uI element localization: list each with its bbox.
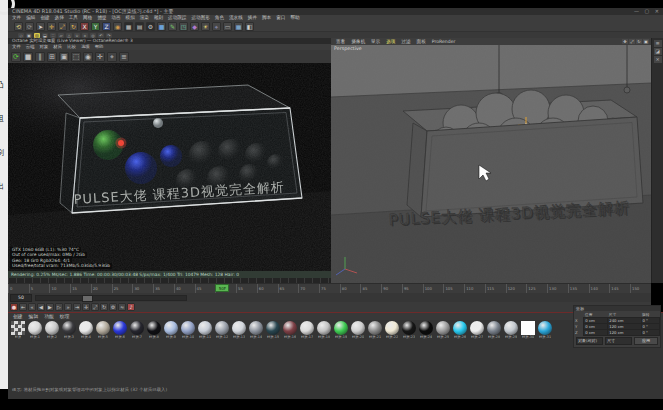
z-axis-lock-icon[interactable]: Z (102, 22, 111, 31)
material-preview-sphere[interactable] (504, 321, 518, 335)
add-spline-icon[interactable]: ✎ (168, 22, 177, 31)
viewport-rotate-icon[interactable]: ↻ (636, 39, 642, 44)
goto-start-icon[interactable]: ⇤ (19, 303, 27, 311)
material-preview-sphere[interactable] (96, 321, 110, 335)
material-preview-sphere[interactable] (487, 321, 501, 335)
workplane-icon[interactable]: ⬓ (42, 33, 48, 38)
material-swatch[interactable]: 材质.8 (146, 321, 162, 339)
render-picture-viewer-icon[interactable]: ▤ (135, 22, 144, 31)
view-undo-icon[interactable]: ↶ (98, 33, 104, 38)
material-swatch[interactable]: 材质.5 (95, 321, 111, 339)
material-preview-sphere[interactable] (232, 321, 246, 335)
material-preview-sphere[interactable] (198, 321, 212, 335)
material-preview-sphere[interactable] (181, 321, 195, 335)
add-camera-icon[interactable]: ⌖ (212, 22, 221, 31)
material-preview-sphere[interactable] (419, 321, 433, 335)
add-cube-icon[interactable]: ■ (157, 22, 166, 31)
window-controls[interactable]: — ▢ ✕ (634, 8, 661, 15)
material-swatch[interactable]: 材质.27 (469, 321, 485, 339)
viewport-canvas[interactable]: PULSE大佬 课程3D视觉完全解析 PULSE大佬 课程3D视觉完全解析 Pe… (331, 45, 651, 283)
material-swatch[interactable]: 材质.28 (486, 321, 502, 339)
grid-array-icon[interactable]: ▦ (234, 22, 243, 31)
texture-mode-icon[interactable]: ▨ (34, 33, 40, 38)
material-swatch[interactable]: 材质.14 (248, 321, 264, 339)
move-tool-icon[interactable]: ✛ (47, 22, 56, 31)
timeline-ruler[interactable]: 0510152025303540455055606570758085909510… (8, 283, 651, 293)
material-swatch[interactable]: 材质.17 (299, 321, 315, 339)
material-preview-sphere[interactable] (538, 321, 552, 335)
y-axis-lock-icon[interactable]: Y (91, 22, 100, 31)
material-preview-sphere[interactable] (521, 321, 535, 335)
material-swatch[interactable]: 材质.4 (78, 321, 94, 339)
material-preview-sphere[interactable] (334, 321, 348, 335)
key-position-icon[interactable]: ✛ (82, 303, 90, 311)
key-scale-icon[interactable]: ⤢ (91, 303, 99, 311)
next-frame-icon[interactable]: ▷ (55, 303, 63, 311)
record-icon[interactable]: ● (10, 303, 18, 311)
material-swatch[interactable]: 材质.31 (537, 321, 553, 339)
mat-menu-2[interactable]: 功能 (44, 313, 54, 320)
pause-render-icon[interactable]: ∥ (35, 52, 45, 62)
vp-menu-0[interactable]: 查看 (336, 38, 345, 45)
viewport-pan-icon[interactable]: ✥ (622, 39, 628, 44)
add-deformer-icon[interactable]: ◆ (190, 22, 199, 31)
enable-snap-icon[interactable]: ∪ (74, 33, 80, 38)
coords-size-dropdown[interactable]: 尺寸 (605, 337, 632, 345)
material-swatch[interactable]: 材质.6 (112, 321, 128, 339)
material-swatch[interactable]: 材质.22 (384, 321, 400, 339)
prev-frame-icon[interactable]: ◀ (37, 303, 45, 311)
window-titlebar[interactable]: CINEMA 4D R18.041 Studio (RC - R18) - [O… (8, 8, 663, 15)
render-settings-icon[interactable]: ⚙ (146, 22, 155, 31)
frame-range-handle[interactable] (82, 295, 93, 302)
material-preview-sphere[interactable] (79, 321, 93, 335)
z-size-field[interactable]: 120 cm (608, 330, 641, 336)
material-preview-sphere[interactable] (113, 321, 127, 335)
material-swatch[interactable]: 材质.11 (197, 321, 213, 339)
material-preview-sphere[interactable] (300, 321, 314, 335)
add-environment-icon[interactable]: ▭ (223, 22, 232, 31)
goto-end-icon[interactable]: ⇥ (73, 303, 81, 311)
material-swatch[interactable]: 材质.2 (44, 321, 60, 339)
material-preview-sphere[interactable] (45, 321, 59, 335)
pick-focus-icon[interactable]: ✛ (95, 52, 105, 62)
material-swatch[interactable]: 材质.20 (350, 321, 366, 339)
make-editable-icon[interactable]: ◇ (18, 33, 24, 38)
material-swatch[interactable]: 材质.29 (503, 321, 519, 339)
x-axis-lock-icon[interactable]: X (80, 22, 89, 31)
polygons-mode-icon[interactable]: △ (66, 33, 72, 38)
vp-menu-4[interactable]: 过滤 (401, 38, 410, 45)
material-swatch[interactable]: 材质.12 (214, 321, 230, 339)
dock-pin-icon[interactable]: ◪ (654, 48, 662, 55)
material-preview-sphere[interactable] (453, 321, 467, 335)
lock-resolution-icon[interactable]: ▣ (59, 52, 69, 62)
z-rotation-field[interactable]: 0 ° (641, 330, 660, 336)
key-parameter-icon[interactable]: ⚙ (109, 303, 117, 311)
material-preview-sphere[interactable] (283, 321, 297, 335)
material-preview-sphere[interactable] (215, 321, 229, 335)
material-preview-sphere[interactable] (164, 321, 178, 335)
material-swatch[interactable]: 材质.21 (367, 321, 383, 339)
rotate-tool-icon[interactable]: ↻ (69, 22, 78, 31)
vp-menu-5[interactable]: 面板 (417, 38, 426, 45)
material-preview-sphere[interactable] (62, 321, 76, 335)
view-redo-icon[interactable]: ↷ (106, 33, 112, 38)
prev-key-icon[interactable]: « (28, 303, 36, 311)
dock-menu-icon[interactable]: ≡ (654, 40, 662, 47)
sound-icon[interactable]: ♪ (127, 303, 135, 311)
material-swatch[interactable]: 材质.26 (452, 321, 468, 339)
material-swatch[interactable]: 材质.24 (418, 321, 434, 339)
select-tool-icon[interactable]: ➤ (36, 22, 45, 31)
key-rotation-icon[interactable]: ↻ (100, 303, 108, 311)
material-preview-sphere[interactable] (436, 321, 450, 335)
frame-range-slider[interactable] (35, 295, 187, 301)
mat-menu-3[interactable]: 纹理 (60, 313, 70, 320)
dock-close-icon[interactable]: × (654, 56, 662, 63)
material-preview-sphere[interactable] (368, 321, 382, 335)
render-canvas[interactable]: PULSE大佬 课程3D视觉完全解析 GTX 1060 6GB (L1): %3… (8, 63, 331, 271)
current-frame-field[interactable]: 50 (10, 294, 32, 302)
region-render-icon[interactable]: ⬚ (71, 52, 81, 62)
material-preview-sphere[interactable] (351, 321, 365, 335)
restart-render-icon[interactable]: ⟳ (11, 52, 21, 62)
vp-menu-6[interactable]: ProRender (432, 38, 456, 45)
material-swatch[interactable]: 材质.3 (61, 321, 77, 339)
